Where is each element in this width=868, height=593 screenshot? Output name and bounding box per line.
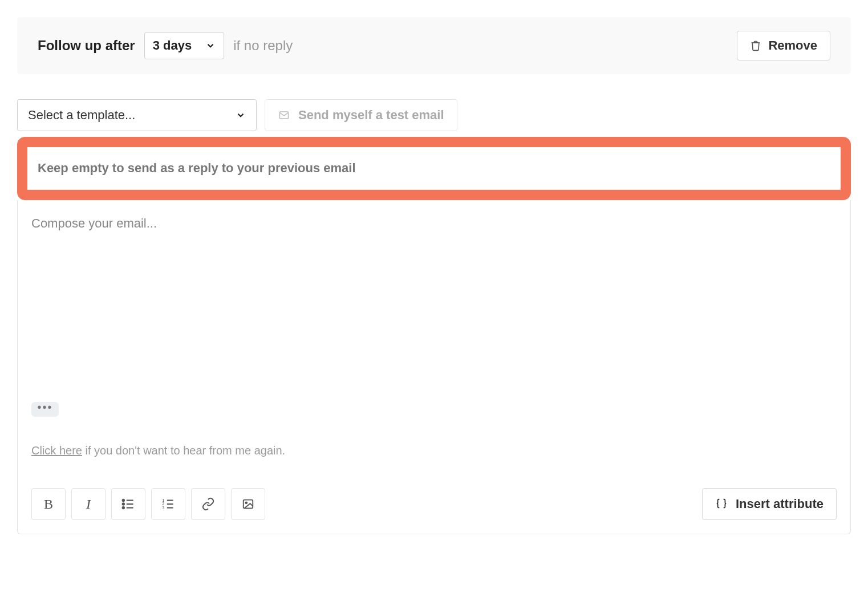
mail-icon [278, 110, 290, 120]
svg-point-14 [245, 502, 247, 503]
noreply-text: if no reply [233, 38, 293, 54]
send-test-email-button[interactable]: Send myself a test email [265, 99, 457, 131]
followup-label: Follow up after [38, 38, 135, 54]
unsubscribe-line: Click here if you don't want to hear fro… [31, 444, 837, 457]
link-icon [201, 497, 215, 511]
unsubscribe-rest: if you don't want to hear from me again. [82, 444, 285, 457]
chevron-down-icon [236, 110, 246, 120]
template-row: Select a template... Send myself a test … [17, 99, 851, 131]
bold-button[interactable]: B [31, 488, 66, 520]
numbered-list-icon: 123 [161, 497, 176, 511]
svg-text:3: 3 [162, 505, 164, 510]
bullet-list-icon [121, 497, 136, 511]
remove-button-label: Remove [768, 38, 817, 53]
compose-placeholder: Compose your email... [31, 216, 837, 231]
template-select-placeholder: Select a template... [28, 108, 135, 123]
remove-button[interactable]: Remove [737, 31, 830, 60]
svg-point-5 [123, 503, 124, 505]
numbered-list-button[interactable]: 123 [151, 488, 185, 520]
trash-icon [750, 39, 761, 52]
italic-icon: I [86, 497, 91, 512]
italic-button[interactable]: I [71, 488, 106, 520]
days-select[interactable]: 3 days [144, 32, 225, 59]
subject-highlight [17, 137, 851, 200]
link-button[interactable] [191, 488, 225, 520]
editor-toolbar: B I 123 Insert a [18, 480, 850, 534]
bold-icon: B [44, 497, 53, 512]
subject-input[interactable] [27, 147, 841, 190]
bullet-list-button[interactable] [111, 488, 145, 520]
email-editor: Compose your email... ••• Click here if … [17, 200, 851, 534]
formatting-buttons: B I 123 [31, 488, 265, 520]
svg-point-4 [123, 499, 124, 501]
chevron-down-icon [205, 40, 216, 51]
insert-attribute-label: Insert attribute [736, 497, 824, 511]
svg-point-6 [123, 507, 124, 509]
template-select[interactable]: Select a template... [17, 99, 257, 131]
braces-icon [715, 498, 728, 510]
unsubscribe-link[interactable]: Click here [31, 444, 82, 457]
followup-header-left: Follow up after 3 days if no reply [38, 32, 293, 59]
image-button[interactable] [231, 488, 265, 520]
quoted-content-toggle[interactable]: ••• [31, 402, 59, 417]
email-body[interactable]: Compose your email... ••• Click here if … [18, 200, 850, 480]
followup-header: Follow up after 3 days if no reply Remov… [17, 17, 851, 74]
send-test-email-label: Send myself a test email [298, 108, 444, 123]
image-icon [241, 498, 255, 510]
days-select-value: 3 days [153, 38, 192, 53]
insert-attribute-button[interactable]: Insert attribute [702, 488, 837, 520]
